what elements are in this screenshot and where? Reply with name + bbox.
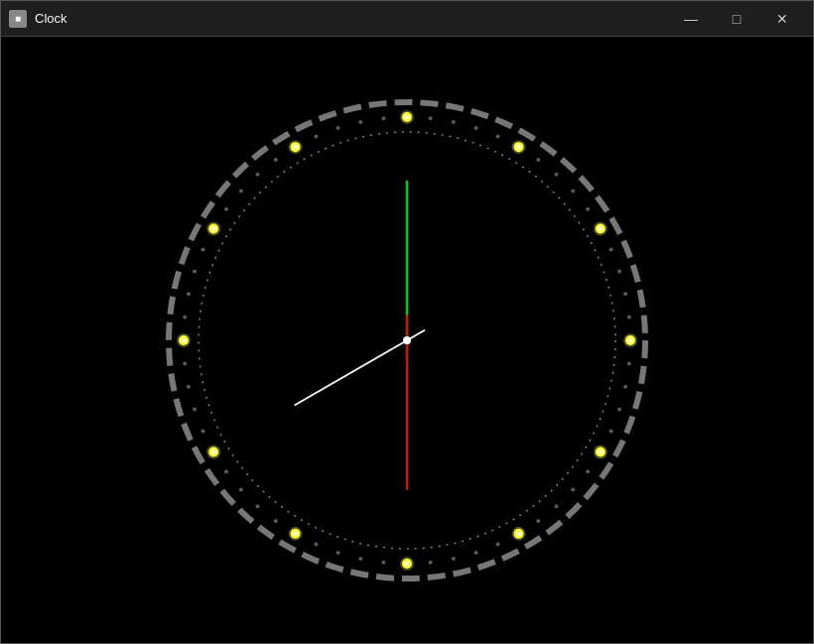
minimize-button[interactable]: — [668, 1, 714, 37]
close-button[interactable]: ✕ [759, 1, 805, 37]
clock-display [1, 37, 813, 643]
title-bar: ■ Clock — □ ✕ [1, 1, 813, 37]
window-title: Clock [35, 11, 668, 26]
window: ■ Clock — □ ✕ [0, 0, 814, 644]
window-controls: — □ ✕ [668, 1, 805, 37]
app-icon: ■ [9, 10, 27, 28]
maximize-button[interactable]: □ [714, 1, 759, 37]
clock-canvas [20, 58, 794, 623]
